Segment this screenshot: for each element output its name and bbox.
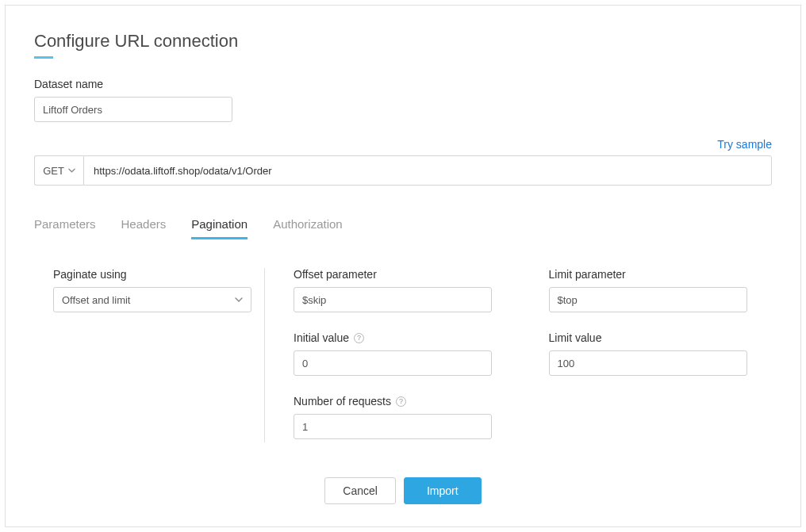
initial-value-label-text: Initial value bbox=[294, 331, 349, 344]
url-row: GET bbox=[34, 155, 772, 186]
tab-authorization[interactable]: Authorization bbox=[273, 217, 343, 239]
num-requests-field: Number of requests ? bbox=[294, 395, 517, 439]
limit-param-label: Limit parameter bbox=[549, 268, 773, 281]
num-requests-label: Number of requests ? bbox=[294, 395, 517, 408]
initial-value-input[interactable] bbox=[294, 350, 492, 376]
url-input[interactable] bbox=[83, 155, 772, 186]
offset-param-field: Offset parameter bbox=[294, 268, 517, 312]
limit-value-field: Limit value bbox=[549, 331, 773, 376]
num-requests-label-text: Number of requests bbox=[294, 395, 391, 408]
dataset-name-field: Dataset name bbox=[34, 78, 772, 122]
limit-value-label: Limit value bbox=[549, 331, 773, 344]
cancel-button[interactable]: Cancel bbox=[324, 477, 396, 504]
chevron-down-icon bbox=[235, 297, 243, 302]
configure-url-panel: Configure URL connection Dataset name Tr… bbox=[5, 5, 801, 527]
help-icon[interactable]: ? bbox=[354, 333, 364, 343]
import-button[interactable]: Import bbox=[404, 477, 482, 504]
limit-value-input[interactable] bbox=[549, 350, 747, 376]
offset-param-input[interactable] bbox=[294, 287, 492, 312]
try-sample-row: Try sample bbox=[34, 138, 772, 151]
http-method-value: GET bbox=[43, 165, 64, 177]
tab-pagination[interactable]: Pagination bbox=[191, 217, 248, 239]
pagination-left-col: Paginate using Offset and limit bbox=[34, 268, 264, 442]
button-row: Cancel Import bbox=[6, 477, 800, 504]
dataset-name-input[interactable] bbox=[34, 97, 232, 122]
limit-param-field: Limit parameter bbox=[549, 268, 773, 312]
pagination-right-grid: Offset parameter Limit parameter Initial… bbox=[265, 268, 772, 442]
try-sample-link[interactable]: Try sample bbox=[717, 138, 772, 151]
initial-value-label: Initial value ? bbox=[294, 331, 517, 344]
num-requests-input[interactable] bbox=[294, 414, 492, 439]
title-underline bbox=[34, 56, 53, 59]
dataset-name-label: Dataset name bbox=[34, 78, 772, 90]
pagination-body: Paginate using Offset and limit Offset p… bbox=[34, 268, 772, 442]
tab-headers[interactable]: Headers bbox=[121, 217, 167, 239]
tab-parameters[interactable]: Parameters bbox=[34, 217, 96, 239]
offset-param-label: Offset parameter bbox=[294, 268, 517, 281]
page-title: Configure URL connection bbox=[34, 31, 772, 52]
initial-value-field: Initial value ? bbox=[294, 331, 517, 376]
paginate-using-value: Offset and limit bbox=[62, 294, 130, 306]
paginate-using-select[interactable]: Offset and limit bbox=[53, 287, 251, 312]
tabs: Parameters Headers Pagination Authorizat… bbox=[34, 217, 772, 239]
chevron-down-icon bbox=[68, 168, 75, 173]
limit-param-input[interactable] bbox=[549, 287, 747, 312]
http-method-select[interactable]: GET bbox=[34, 155, 83, 186]
help-icon[interactable]: ? bbox=[396, 396, 406, 407]
paginate-using-label: Paginate using bbox=[53, 268, 242, 281]
